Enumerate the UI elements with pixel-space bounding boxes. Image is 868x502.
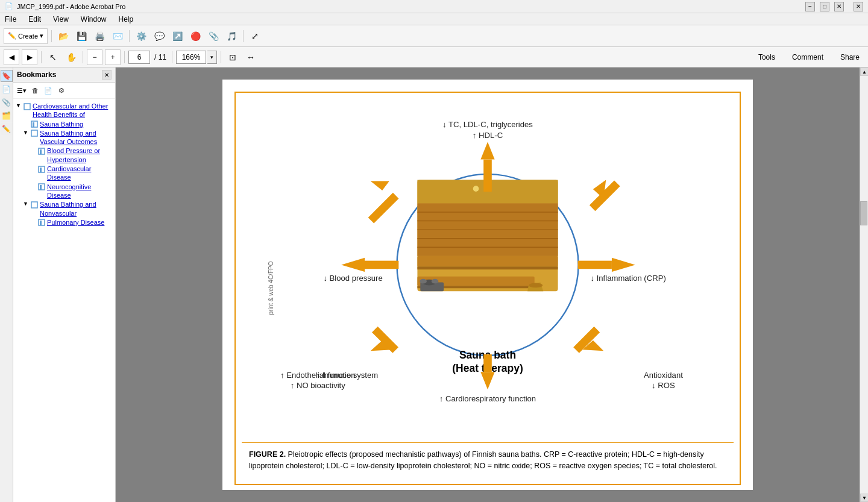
expand-button[interactable]: ⤢ (247, 28, 263, 44)
svg-text:Antioxidant: Antioxidant (644, 371, 683, 380)
menu-bar: File Edit View Window Help (0, 13, 868, 25)
bookmark-item-sauna-bathing[interactable]: ▶ Sauna Bathing (16, 120, 113, 128)
attachments-panel-button[interactable]: 📎 (1, 96, 13, 108)
toolbar-sep-3 (243, 30, 244, 42)
nav-sep-1 (41, 51, 42, 63)
attach-button[interactable]: 📎 (206, 28, 221, 44)
svg-rect-2 (33, 122, 34, 127)
scroll-thumb[interactable] (860, 201, 867, 225)
create-button[interactable]: ✏️ Create ▾ (4, 28, 48, 44)
maximize-button[interactable]: □ (820, 2, 829, 11)
email-button[interactable]: ✉️ (110, 28, 125, 44)
svg-marker-33 (480, 142, 494, 159)
svg-rect-25 (417, 286, 534, 288)
bookmark-item-neuro[interactable]: ▶ Neurocognitive Disease (16, 183, 113, 200)
bm-label-4[interactable]: Blood Pressure or Hypertension (47, 146, 113, 164)
bm-label-7[interactable]: Sauna Bathing and Nonvascular (40, 200, 113, 218)
menu-edit[interactable]: Edit (26, 15, 43, 24)
svg-point-32 (485, 186, 491, 192)
fit-width-button[interactable]: ↔ (243, 49, 259, 65)
back-button[interactable]: ◀ (4, 49, 19, 65)
print-button[interactable]: 🖨️ (92, 28, 107, 44)
page-input[interactable] (128, 51, 150, 64)
bookmark-item-bp[interactable]: ▶ Blood Pressure or Hypertension (16, 146, 113, 164)
pages-panel-button[interactable]: 📄 (1, 83, 13, 95)
menu-file[interactable]: File (2, 15, 19, 24)
bookmark-item-cvd[interactable]: ▶ Cardiovascular Disease (16, 165, 113, 182)
close-button[interactable]: ✕ (834, 2, 844, 11)
sidebar-delete-button[interactable]: 🗑 (29, 84, 41, 96)
figure-text: Pleiotropic effects (proposed mechanisti… (249, 450, 717, 470)
sidebar-close-button[interactable]: ✕ (102, 70, 112, 80)
bm-toggle-1[interactable]: ▼ (16, 102, 23, 108)
audio-button[interactable]: 🎵 (224, 28, 239, 44)
forward-button[interactable]: ▶ (22, 49, 37, 65)
bookmark-item-nonvascular[interactable]: ▼ Sauna Bathing and Nonvascular (16, 200, 113, 218)
sidebar-title: Bookmarks (17, 71, 56, 79)
svg-rect-14 (417, 180, 558, 292)
figure-caption: FIGURE 2. Pleiotropic effects (proposed … (242, 442, 734, 478)
bm-label-8[interactable]: Pulmonary Disease (47, 218, 113, 227)
figure-container: print & web 4C/FPO (234, 92, 741, 485)
save-button[interactable]: 💾 (74, 28, 89, 44)
zoom-dropdown-button[interactable]: ▾ (207, 51, 217, 64)
layers-panel-button[interactable]: 🗂️ (1, 110, 13, 122)
zoom-input[interactable] (176, 51, 206, 64)
nav-right: Tools Comment Share (753, 49, 864, 65)
svg-point-30 (529, 283, 542, 288)
minimize-button[interactable]: − (805, 2, 815, 11)
svg-rect-52 (372, 327, 398, 353)
sidebar-header: Bookmarks ✕ (13, 67, 115, 83)
svg-rect-16 (417, 203, 558, 256)
share-toolbar-button[interactable]: ↗️ (169, 28, 185, 44)
share-nav-button[interactable]: Share (835, 49, 864, 65)
bm-label-6[interactable]: Neurocognitive Disease (47, 183, 113, 200)
zoom-out-button[interactable]: − (87, 49, 102, 65)
menu-window[interactable]: Window (78, 15, 109, 24)
svg-text:↓ ROS: ↓ ROS (652, 381, 675, 390)
open-button[interactable]: 📂 (55, 28, 71, 44)
pdf-page: print & web 4C/FPO (222, 80, 753, 490)
hand-button[interactable]: ✋ (63, 49, 79, 65)
highlight-panel-button[interactable]: ✏️ (1, 123, 13, 135)
scroll-up-button[interactable]: ▲ (860, 67, 868, 76)
bm-label-5[interactable]: Cardiovascular Disease (47, 165, 113, 182)
menu-view[interactable]: View (51, 15, 71, 24)
svg-rect-9 (40, 185, 42, 190)
bm-label-3[interactable]: Sauna Bathing and Vascular Outcomes (40, 129, 113, 146)
right-scrollbar[interactable]: ▲ ▼ (860, 67, 868, 502)
sauna-label-line1: Sauna bath (459, 349, 516, 361)
sauna-label-line2: (Heat therapy) (452, 362, 523, 374)
bm-label-2[interactable]: Sauna Bathing (40, 120, 113, 128)
menu-help[interactable]: Help (116, 15, 136, 24)
svg-marker-54 (582, 340, 603, 351)
svg-text:↓ TC, LDL-C, triglycerides: ↓ TC, LDL-C, triglycerides (442, 120, 533, 129)
scroll-down-button[interactable]: ▼ (860, 494, 868, 502)
sidebar-new-button[interactable]: 📄 (42, 84, 54, 96)
bookmark-item-pulmonary[interactable]: ▶ Pulmonary Disease (16, 218, 113, 227)
svg-rect-34 (483, 160, 492, 192)
bookmark-item-vascular[interactable]: ▼ Sauna Bathing and Vascular Outcomes (16, 129, 113, 146)
acrobat-close-button[interactable]: ✕ (854, 2, 863, 11)
stamp-button[interactable]: 🔴 (187, 28, 203, 44)
sidebar-menu-button[interactable]: ☰▾ (16, 84, 28, 96)
comment-nav-button[interactable]: Comment (787, 49, 828, 65)
nav-sep-5 (221, 51, 221, 63)
sidebar-settings-button[interactable]: ⚙ (55, 84, 68, 96)
bookmark-item-cardiovascular[interactable]: ▼ Cardiovascular and Other Health Benefi… (16, 102, 113, 119)
bm-toggle-7[interactable]: ▼ (23, 200, 30, 207)
svg-rect-60 (483, 354, 492, 372)
bm-toggle-3[interactable]: ▼ (23, 129, 30, 136)
content-area[interactable]: print & web 4C/FPO (116, 67, 860, 502)
bm-label-1[interactable]: Cardiovascular and Other Health Benefits… (33, 102, 113, 119)
tools-button[interactable]: Tools (753, 49, 780, 65)
nav-sep-2 (83, 51, 83, 63)
cursor-button[interactable]: ↖ (45, 49, 61, 65)
svg-point-13 (397, 174, 578, 356)
svg-rect-44 (365, 261, 398, 269)
comment-button[interactable]: 💬 (151, 28, 167, 44)
fit-page-button[interactable]: ⊡ (225, 49, 241, 65)
settings-button[interactable]: ⚙️ (133, 28, 149, 44)
bookmarks-panel-button[interactable]: 🔖 (1, 70, 13, 82)
zoom-in-button[interactable]: + (105, 49, 121, 65)
